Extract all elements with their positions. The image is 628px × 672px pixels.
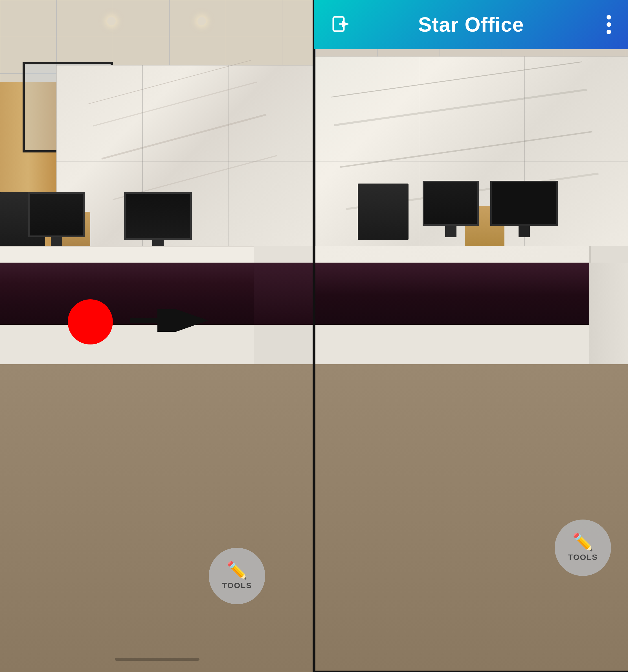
desk-left xyxy=(0,246,314,364)
light-left-2 xyxy=(198,17,206,25)
app-title: Star Office xyxy=(418,13,524,36)
left-photo-panel: ✏️ TOOLS xyxy=(0,0,314,672)
more-menu-button[interactable] xyxy=(607,15,611,34)
monitor-right-1 xyxy=(423,181,479,243)
menu-dot-1 xyxy=(607,15,611,20)
panel-divider xyxy=(312,0,316,672)
tools-label-right: TOOLS xyxy=(568,553,598,562)
monitor-left-1 xyxy=(28,192,85,248)
monitor-right-2 xyxy=(490,181,558,243)
menu-dot-2 xyxy=(607,22,611,27)
floor-right xyxy=(316,364,628,672)
floor-left xyxy=(0,364,314,672)
home-bar-left xyxy=(115,658,199,661)
tools-label-left: TOOLS xyxy=(222,581,252,590)
pencil-icon-left: ✏️ xyxy=(227,562,248,579)
light-left-1 xyxy=(107,17,116,25)
direction-arrow xyxy=(127,309,211,332)
right-photo-panel: ✏️ TOOLS 1 xyxy=(316,0,628,672)
pencil-icon-right: ✏️ xyxy=(572,534,594,551)
device-right xyxy=(358,184,408,240)
back-button[interactable] xyxy=(331,15,351,34)
home-indicator-left xyxy=(0,658,314,661)
monitor-left-2 xyxy=(124,192,192,254)
menu-dot-3 xyxy=(607,30,611,34)
tools-fab-right[interactable]: ✏️ TOOLS xyxy=(555,520,611,576)
svg-marker-4 xyxy=(342,21,348,27)
app-header: Star Office xyxy=(314,0,628,49)
bottom-active-line xyxy=(316,671,628,672)
defect-marker xyxy=(68,299,113,344)
tools-fab-left[interactable]: ✏️ TOOLS xyxy=(209,548,265,604)
desk-right xyxy=(316,246,628,364)
